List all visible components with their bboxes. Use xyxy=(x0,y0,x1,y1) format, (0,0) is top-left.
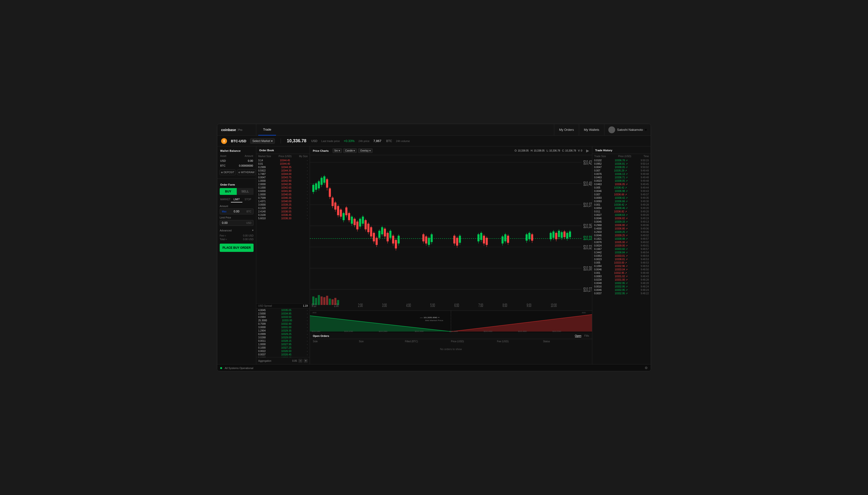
my-orders-button[interactable]: My Orders xyxy=(554,124,579,135)
asset-col-header: Asset xyxy=(220,155,226,157)
timeframe-dropdown[interactable]: 5m ▾ xyxy=(332,148,342,153)
svg-rect-141 xyxy=(569,232,571,237)
chevron-down-icon: ▾ xyxy=(354,149,355,152)
ob-sell-row[interactable]: 3.0000 10339.25 - xyxy=(256,203,310,206)
overlay-dropdown[interactable]: Overlay ▾ xyxy=(358,148,372,153)
ob-buy-row[interactable]: 0.0984 10333.50 - xyxy=(256,315,310,319)
chevron-down-icon: ▾ xyxy=(370,149,371,152)
ob-buy-row[interactable]: 0.0037 10326.45 - xyxy=(256,353,310,356)
svg-rect-29 xyxy=(312,185,314,192)
ob-sell-row[interactable]: 1.4371 10340.00 - xyxy=(256,200,310,203)
limit-price-input-row[interactable]: 0.00 USD xyxy=(220,220,253,226)
usd-wallet-row: USD 0.00 xyxy=(217,158,256,163)
trade-history-title: Trade History xyxy=(592,147,651,154)
my-wallets-button[interactable]: My Wallets xyxy=(579,124,604,135)
oo-col-headers: Side Size Filled (BTC) Price (USD) Fee (… xyxy=(310,339,592,344)
chevron-down-icon: ▾ xyxy=(339,149,340,152)
svg-rect-103 xyxy=(456,238,458,245)
trade-history: Trade History Trade Size Price (USD) Tim… xyxy=(592,147,651,364)
settings-icon[interactable]: ⚙ xyxy=(645,366,648,370)
ob-sell-row[interactable]: 0.7599 10340.35 - xyxy=(256,196,310,200)
candlestick-chart[interactable]: $10,425 $10,400 $10,375 $10,350 $10,336.… xyxy=(310,155,592,311)
place-order-button[interactable]: PLACE BUY ORDER xyxy=(220,244,253,252)
ob-sell-row[interactable]: 1.0000 10342.90 - xyxy=(256,179,310,183)
trade-history-row: 0.0046 10332.95 ↗ 9:48:24 xyxy=(592,288,651,292)
deposit-button[interactable]: ⊕ DEPOSIT xyxy=(220,170,235,175)
ob-buy-row[interactable]: 0.7599 10332.90 - xyxy=(256,322,310,325)
ob-buy-row[interactable]: 1.2904 10329.35 - xyxy=(256,329,310,332)
svg-rect-129 xyxy=(553,232,554,238)
ob-buy-row[interactable]: 3.0268 10329.00 - xyxy=(256,336,310,339)
ob-sell-row[interactable]: 0.01 10344.40 - xyxy=(256,162,310,166)
chart-advance-icon[interactable]: ▶ xyxy=(586,148,589,153)
svg-rect-69 xyxy=(367,224,370,232)
ob-sell-row[interactable]: 0.1000 10342.65 - xyxy=(256,186,310,189)
ob-sell-row[interactable]: 1.0000 10340.65 - xyxy=(256,193,310,196)
th-col-size: Trade Size xyxy=(594,155,606,158)
agg-increase-button[interactable]: + xyxy=(304,359,308,363)
last-price: 10,336.78 xyxy=(287,138,306,143)
trade-history-row: 0.0047 10338.05 ↗ 9:50:02 xyxy=(592,166,651,169)
ob-sell-row[interactable]: 2.0000 10342.85 - xyxy=(256,183,310,186)
trade-history-row: 0.005 10333.00 ↗ 9:48:53 xyxy=(592,261,651,264)
svg-rect-147 xyxy=(326,296,328,305)
svg-text:$10,300: $10,300 xyxy=(584,265,592,272)
agg-decrease-button[interactable]: − xyxy=(298,359,302,363)
trade-history-row: 0.0952 10336.81 ↗ 9:50:14 xyxy=(592,162,651,166)
ob-buy-row[interactable]: 3.0000 10331.00 - xyxy=(256,325,310,329)
ob-buy-row[interactable]: 0.0999 10329.25 - xyxy=(256,332,310,336)
ob-spread-row: USD Spread 1.19 xyxy=(256,303,310,308)
svg-rect-142 xyxy=(312,296,314,305)
fills-tab[interactable]: Fills xyxy=(584,334,589,337)
ob-buy-row[interactable]: 2.5000 10334.95 - xyxy=(256,312,310,315)
buy-tab[interactable]: BUY xyxy=(220,188,237,195)
status-indicator xyxy=(220,367,222,369)
stop-tab[interactable]: STOP xyxy=(242,197,253,202)
ob-buy-row[interactable]: 1.0000 10327.95 - xyxy=(256,342,310,346)
ob-buy-row[interactable]: 0.0022 10326.50 - xyxy=(256,349,310,353)
ob-sell-row[interactable]: 0.3100 10336.45 - xyxy=(256,213,310,217)
ob-sell-row[interactable]: 0.5922 10344.30 - xyxy=(256,169,310,172)
max-label[interactable]: Max xyxy=(222,210,227,213)
ob-sell-row[interactable]: 0.0047 10343.75 - xyxy=(256,176,310,179)
ob-buy-row[interactable]: 0.1000 10327.25 - xyxy=(256,346,310,349)
advanced-toggle[interactable]: Advanced ▾ xyxy=(217,228,256,234)
svg-rect-105 xyxy=(459,236,461,243)
svg-rect-115 xyxy=(502,237,504,244)
ob-buy-row[interactable]: 4.0045 10335.05 - xyxy=(256,308,310,312)
ob-sell-row[interactable]: 1.7487 10344.00 - xyxy=(256,172,310,176)
withdraw-button[interactable]: ⊖ WITHDRAW xyxy=(237,170,256,175)
ob-buy-row[interactable]: 0.0011 10328.15 - xyxy=(256,339,310,342)
trade-history-row: 0.0353 10333.01 ↗ 9:48:54 xyxy=(592,254,651,257)
limit-tab[interactable]: LIMIT xyxy=(231,197,242,202)
h-label: H: 10,338.05 xyxy=(530,149,544,152)
ob-sell-row[interactable]: 0.2999 10344.35 - xyxy=(256,166,310,169)
ob-sell-row[interactable]: 2.4140 10336.55 - xyxy=(256,210,310,213)
ticker-bar: ₿ BTC-USD Select Market ▾ 10,336.78 USD … xyxy=(217,136,651,147)
nav-tab-trade[interactable]: Trade xyxy=(258,124,276,135)
logo-area: coinbase Pro xyxy=(217,124,256,135)
usd-label: USD xyxy=(220,159,226,162)
ob-sell-row[interactable]: 3.14 10344.45 - xyxy=(256,158,310,162)
ob-sell-row[interactable]: 5.6010 10336.30 - xyxy=(256,217,310,220)
market-tab[interactable]: MARKET xyxy=(220,197,231,202)
amount-input-row[interactable]: Max 0.00 BTC xyxy=(220,208,253,215)
ob-buy-row[interactable]: 0.0023 10326.40 - xyxy=(256,356,310,357)
ob-sell-row[interactable]: 0.1320 10337.35 - xyxy=(256,206,310,210)
trade-history-row: 0.2933 10339.25 ↗ 9:49:06 xyxy=(592,230,651,234)
sell-tab[interactable]: SELL xyxy=(237,188,254,195)
nav-tabs: Trade xyxy=(258,124,276,135)
th-col-price: Price (USD) xyxy=(618,155,631,158)
open-tab[interactable]: Open xyxy=(575,334,582,337)
svg-rect-149 xyxy=(332,300,333,305)
svg-rect-61 xyxy=(356,222,358,229)
chart-type-dropdown[interactable]: Candle ▾ xyxy=(343,148,357,153)
ob-buy-row[interactable]: 25.3000 10333.00 - xyxy=(256,319,310,322)
svg-rect-107 xyxy=(477,234,479,241)
svg-rect-139 xyxy=(566,233,568,238)
main-layout: Wallet Balance Asset Amount USD 0.00 BTC… xyxy=(217,147,651,364)
market-select-dropdown[interactable]: Select Market ▾ xyxy=(250,138,275,144)
svg-text:$10,336.78: $10,336.78 xyxy=(584,235,592,241)
user-area[interactable]: Satoshi Nakamoto ▾ xyxy=(604,124,651,135)
ob-sell-row[interactable]: 0.6000 10341.80 - xyxy=(256,189,310,193)
